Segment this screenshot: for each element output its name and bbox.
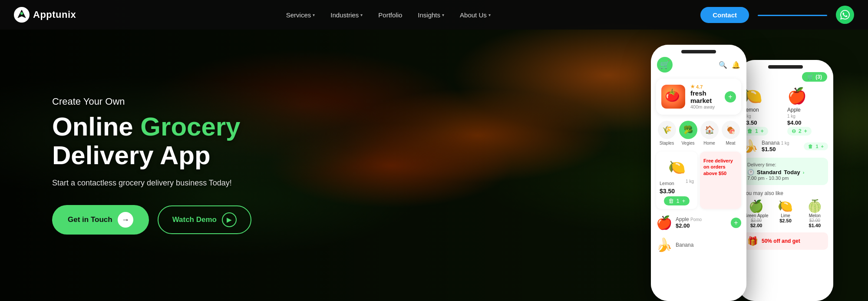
phone-mockups: 🛒 🔍 🔔 🍅 ★ 4.7 fresh market [651, 30, 868, 301]
lemon-name: Lemon [660, 181, 674, 186]
store-info: ★ 4.7 fresh market 400m away [690, 84, 719, 109]
promo-text: Free delivery on orders above $50 [703, 158, 738, 176]
vegies-icon: 🥦 [679, 121, 697, 139]
store-card: 🍅 ★ 4.7 fresh market 400m away + [656, 79, 741, 115]
staples-icon: 🌾 [658, 121, 676, 139]
lemon-add: 🗑1+ [660, 196, 694, 205]
product-lemon: 🍋 Lemon 1 kg $3.50 🗑1+ [656, 152, 697, 209]
phone1-search-icon: 🔍 [719, 61, 727, 69]
hero-description: Start a contactless grocery delivery bus… [52, 179, 251, 188]
apple-add-btn[interactable]: + [731, 218, 741, 228]
green-apple-img: 🍏 [743, 199, 769, 213]
apple-image: 🍎 [656, 215, 672, 230]
svg-point-0 [20, 12, 23, 15]
hero-buttons: Get in Touch → Watch Demo ▶ [52, 205, 251, 235]
delivery-time: 🕐 Standard Today › [747, 169, 824, 175]
also-like-grid: 🍏 Green Apple $2.00 $2.00 🍋 Lime $2.50 🍈 [743, 199, 828, 228]
phone-mockup-2: ‹ 🛒 (3) 🍋 Lemon 1 kg $3.50 🗑1+ [738, 60, 833, 301]
nav-links: Services ▾ Industries ▾ Portfolio Insigh… [286, 11, 491, 19]
store-name: fresh market [690, 89, 719, 104]
industries-dropdown-icon: ▾ [360, 13, 363, 17]
insights-dropdown-icon: ▾ [442, 13, 444, 17]
also-green-apple: 🍏 Green Apple $2.00 $2.00 [743, 199, 769, 228]
product-grid: 🍋 Lemon 1 kg $3.50 🗑1+ Fre [651, 149, 746, 212]
phone2-products-grid: 🍋 Lemon 1 kg $3.50 🗑1+ 🍎 Apple 1 kg $4.0… [738, 85, 833, 137]
delivery-range: 7.00 pm - 10.30 pm [747, 175, 824, 181]
lemon-weight: 1 kg [686, 179, 694, 184]
delivery-more-link[interactable]: › [803, 170, 805, 175]
whatsapp-button[interactable] [836, 6, 854, 24]
categories-row: 🌾 Staples 🥦 Vegies 🏠 Home 🍖 Meat [651, 117, 746, 149]
phone2-apple-qty[interactable]: ⊖2+ [787, 127, 812, 136]
phone2-notch [768, 65, 803, 69]
store-add-icon[interactable]: + [725, 91, 736, 103]
hero-text-block: Create Your Own Online Grocery Delivery … [52, 96, 251, 235]
promo-banner: 🎁 50% off and get [743, 232, 828, 250]
meat-icon: 🍖 [722, 121, 740, 139]
category-vegies[interactable]: 🥦 Vegies [679, 121, 697, 146]
lime-img: 🍋 [772, 199, 799, 213]
store-rating: ★ 4.7 [690, 84, 719, 89]
banana-info: Banana [676, 242, 741, 248]
phone2-apple-img: 🍎 [787, 87, 807, 105]
logo-text: Apptunix [33, 9, 76, 20]
also-melon: 🍈 Melon $2.00 $1.40 [802, 199, 828, 228]
phone-mockup-1: 🛒 🔍 🔔 🍅 ★ 4.7 fresh market [651, 45, 746, 301]
category-meat[interactable]: 🍖 Meat [722, 121, 740, 146]
nav-right: Contact [700, 6, 854, 24]
phone2-apple: 🍎 Apple 1 kg $4.00 ⊖2+ [787, 87, 828, 136]
get-touch-arrow-icon: → [118, 212, 133, 228]
product-banana-row: 🍌 Banana [651, 234, 746, 256]
phone1-notch [681, 50, 716, 53]
watch-demo-button[interactable]: Watch Demo ▶ [158, 205, 251, 234]
nav-insights[interactable]: Insights ▾ [418, 11, 444, 19]
also-lime: 🍋 Lime $2.50 [772, 199, 799, 228]
nav-about[interactable]: About Us ▾ [460, 11, 491, 19]
nav-portfolio[interactable]: Portfolio [378, 11, 402, 19]
promo-banner-text: 50% off and get [762, 238, 800, 244]
store-distance: 400m away [690, 104, 719, 109]
category-staples[interactable]: 🌾 Staples [658, 121, 676, 146]
logo-icon [14, 7, 30, 23]
phone2-screen: ‹ 🛒 (3) 🍋 Lemon 1 kg $3.50 🗑1+ [738, 60, 833, 301]
lemon-qty-btn[interactable]: 🗑1+ [664, 196, 690, 205]
phone1-header-icons: 🔍 🔔 [719, 61, 740, 69]
lemon-price: $3.50 [660, 188, 694, 195]
phone2-banana-row: 🍌 Banana 1 kg $1.50 🗑1+ [738, 137, 833, 155]
search-area [758, 14, 827, 16]
services-dropdown-icon: ▾ [313, 13, 315, 17]
get-in-touch-button[interactable]: Get in Touch → [52, 205, 149, 235]
watch-demo-play-icon: ▶ [222, 212, 237, 227]
phone2-header: ‹ 🛒 (3) [738, 60, 833, 85]
navbar: Apptunix Services ▾ Industries ▾ Portfol… [0, 0, 868, 30]
delivery-label: Delivery time: [747, 162, 824, 167]
phone2-lemon: 🍋 Lemon 1 kg $3.50 🗑1+ [743, 87, 784, 136]
phone2-banana-info: Banana 1 kg $1.50 [762, 140, 800, 152]
lemon-image: 🍋 [660, 155, 694, 179]
phone2-lemon-qty[interactable]: 🗑1+ [743, 127, 768, 136]
phone2-cart-button[interactable]: 🛒 (3) [802, 72, 827, 82]
hero-section: Apptunix Services ▾ Industries ▾ Portfol… [0, 0, 868, 301]
also-like-section: You may also like 🍏 Green Apple $2.00 $2… [738, 188, 833, 231]
hero-title-line2: Delivery App [52, 141, 211, 170]
product-promo: Free delivery on orders above $50 [700, 152, 741, 209]
phone2-banana-qty[interactable]: 🗑1+ [804, 142, 828, 150]
nav-services[interactable]: Services ▾ [286, 11, 315, 19]
phone1-app-icon: 🛒 [657, 57, 673, 73]
banana-image: 🍌 [656, 237, 672, 252]
melon-img: 🍈 [802, 199, 828, 213]
hero-title: Online Grocery Delivery App [52, 112, 251, 170]
brand-logo[interactable]: Apptunix [14, 7, 76, 23]
also-like-title: You may also like [743, 190, 828, 196]
nav-industries[interactable]: Industries ▾ [330, 11, 363, 19]
store-image: 🍅 [661, 85, 685, 109]
category-home[interactable]: 🏠 Home [700, 121, 719, 146]
contact-button[interactable]: Contact [700, 7, 749, 23]
hero-title-grocery: Grocery [140, 112, 240, 141]
hero-subtitle: Create Your Own [52, 96, 251, 107]
product-apple-row: 🍎 Apple Pomo $2.00 + [651, 212, 746, 234]
phone1-screen: 🛒 🔍 🔔 🍅 ★ 4.7 fresh market [651, 45, 746, 301]
hero-title-online: Online [52, 112, 140, 141]
phone1-header: 🛒 🔍 🔔 [651, 45, 746, 76]
gift-icon: 🎁 [747, 236, 758, 246]
